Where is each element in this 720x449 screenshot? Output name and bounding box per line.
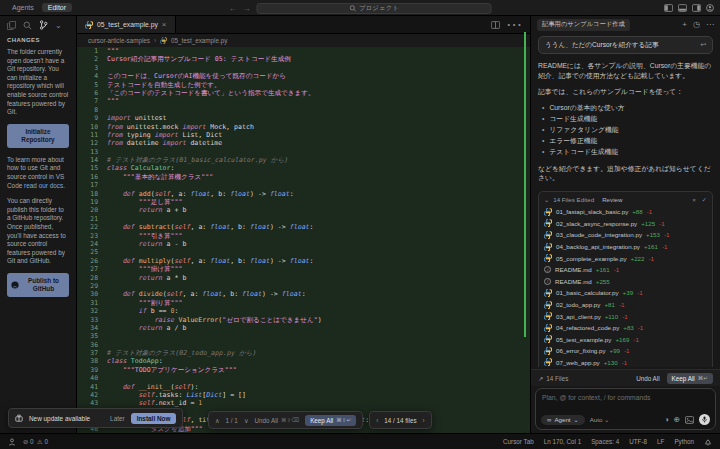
ai-chat-panel: 記事用のサンプルコード作成 + ◷ ⋯ ううん、ただのCursorを紹介する記事… <box>530 16 720 433</box>
reject-all-icon[interactable]: × <box>692 196 696 203</box>
copy-files-icon[interactable] <box>7 21 16 30</box>
history-icon[interactable]: ◷ <box>693 20 700 29</box>
tab-title: 05_test_example.py <box>97 21 158 28</box>
account-icon[interactable] <box>706 4 714 12</box>
toggle-panel-right-icon[interactable] <box>692 4 701 12</box>
keep-all-chat-button[interactable]: Keep All⌘↵ <box>667 373 713 384</box>
status-item-python[interactable]: Python <box>674 438 694 445</box>
toggle-panel-bottom-icon[interactable] <box>678 4 687 12</box>
code-line: 32 if b == 0: <box>77 307 530 315</box>
python-file-icon <box>160 37 167 44</box>
files-summary-button[interactable]: ↗14 Files <box>538 375 568 382</box>
views-chevron-down-icon[interactable]: ⌄ <box>55 21 62 30</box>
collapse-chevron-icon[interactable]: ⌄ <box>544 196 549 203</box>
lines-removed: -1 <box>659 220 665 227</box>
menu-tab-editor[interactable]: Editor <box>42 3 72 12</box>
edited-file-row[interactable]: 01_basic_calculator.py+39-1 <box>544 287 707 299</box>
edited-file-row[interactable]: 03_claude_code_integration.py+153-1 <box>544 229 707 241</box>
user-message[interactable]: ううん、ただのCursorを紹介する記事 ↩ <box>538 36 713 54</box>
notifications-bell-icon[interactable] <box>704 438 712 446</box>
tab-05-test-example[interactable]: 05_test_example.py × <box>77 16 176 33</box>
menu-tab-agents[interactable]: Agents <box>6 3 40 12</box>
status-item-ln-170-col-1[interactable]: Ln 170, Col 1 <box>544 438 581 445</box>
later-button[interactable]: Later <box>110 415 125 422</box>
python-file-icon <box>544 312 552 320</box>
edited-file-row[interactable]: 02_slack_async_response.py+125-1 <box>544 218 707 230</box>
file-name: 02_todo_app.py <box>556 301 600 308</box>
chat-more-icon[interactable]: ⋯ <box>706 20 714 29</box>
nav-forward-icon[interactable]: → <box>243 4 251 13</box>
file-name: 05_test_example.py <box>556 336 611 343</box>
edited-file-row[interactable]: 07_web_app.py+130-1 <box>544 357 707 367</box>
code-line: 15class Calculator: <box>77 164 530 172</box>
code-line: 28 return a * b <box>77 274 530 282</box>
edited-file-row[interactable]: 01_fastapi_slack_basic.py+88-1 <box>544 206 707 218</box>
status-item-lf[interactable]: LF <box>657 438 664 445</box>
voice-input-button[interactable] <box>699 414 710 425</box>
chat-tab-title[interactable]: 記事用のサンプルコード作成 <box>537 19 630 31</box>
feature-list-item: •エラー修正機能 <box>538 135 713 146</box>
profile-icon[interactable] <box>8 438 16 446</box>
edited-file-row[interactable]: 05_test_example.py+169-1 <box>544 334 707 346</box>
source-control-icon[interactable] <box>39 20 48 30</box>
edited-file-row[interactable]: 03_api_client.py+110-1 <box>544 310 707 322</box>
prev-file-icon[interactable]: ‹ <box>376 417 378 424</box>
code-line: 42 self.tasks: List[Dict] = [] <box>77 391 530 399</box>
restore-checkpoint-icon[interactable]: ↩ <box>700 41 706 49</box>
code-line: 40 <box>77 374 530 382</box>
code-line: 10from unittest.mock import Mock, patch <box>77 123 530 131</box>
status-item-utf-8[interactable]: UTF-8 <box>629 438 647 445</box>
breadcrumb-file[interactable]: 05_test_example.py <box>171 37 227 44</box>
project-search-input[interactable]: プロジェクト <box>257 3 492 14</box>
edited-file-row[interactable]: 04_backlog_api_integration.py+161-1 <box>544 241 707 253</box>
breadcrumb[interactable]: cursor-article-samples › 05_test_example… <box>77 34 530 47</box>
attach-image-icon[interactable] <box>685 416 694 424</box>
status-item-spaces-4[interactable]: Spaces: 4 <box>591 438 619 445</box>
nav-back-icon[interactable]: ← <box>229 4 237 13</box>
next-diff-icon[interactable]: ∨ <box>244 417 249 424</box>
toggle-panel-left-icon[interactable] <box>664 4 673 12</box>
tab-close-icon[interactable]: × <box>162 20 167 29</box>
keep-all-button[interactable]: Keep All⌘⇧↵ <box>305 415 356 426</box>
docs-link[interactable]: read our docs. <box>24 182 65 189</box>
next-file-icon[interactable]: › <box>423 417 425 424</box>
agent-mode-selector[interactable]: ∞ Agent ⌄ <box>541 415 585 425</box>
initialize-repository-button[interactable]: Initialize Repository <box>7 124 69 148</box>
model-selector[interactable]: Auto⌄ <box>590 416 610 423</box>
code-line: 36 <box>77 341 530 349</box>
status-item-cursor-tab[interactable]: Cursor Tab <box>503 438 534 445</box>
edited-file-row[interactable]: iREADME.md+255 <box>544 276 707 288</box>
search-icon <box>349 5 356 12</box>
chat-input-box[interactable]: Plan, @ for context, / for commands ∞ Ag… <box>535 388 716 430</box>
lines-added: +153 <box>646 231 660 238</box>
edited-file-row[interactable]: iREADME.md+161-1 <box>544 264 707 276</box>
undo-all-chat-button[interactable]: Undo All <box>636 375 659 382</box>
code-editor[interactable]: 1"""2Cursor紹介記事用サンプルコード 05: テストコード生成例34こ… <box>77 47 530 433</box>
voice-mode-icon[interactable]: ◑ <box>664 415 669 424</box>
edited-file-row[interactable]: 05_complete_example.py+222-1 <box>544 252 707 264</box>
publish-to-github-button[interactable]: Publish to GitHub <box>7 273 69 297</box>
search-view-icon[interactable] <box>23 21 32 30</box>
code-line: 29 <box>77 282 530 290</box>
prev-diff-icon[interactable]: ∧ <box>215 417 220 424</box>
accept-all-icon[interactable]: ✓ <box>702 196 707 203</box>
edited-file-row[interactable]: 02_todo_app.py+81-1 <box>544 299 707 311</box>
code-line: 2Cursor紹介記事用サンプルコード 05: テストコード生成例 <box>77 55 530 63</box>
editor-more-icon[interactable]: ⋯ <box>506 15 522 34</box>
install-now-button[interactable]: Install Now <box>131 413 177 424</box>
python-file-icon <box>544 347 552 355</box>
problems-indicator[interactable]: ⊘ 0 ⚠ 0 <box>23 438 48 445</box>
lines-removed: -1 <box>622 359 628 366</box>
review-button[interactable]: Review <box>602 196 622 203</box>
feature-list-item: •Cursorの基本的な使い方 <box>538 102 713 113</box>
split-editor-icon[interactable] <box>491 21 500 29</box>
edited-file-row[interactable]: 04_refactored_code.py+83-1 <box>544 322 707 334</box>
warnings-icon: ⚠ <box>37 438 43 445</box>
lines-added: +83 <box>623 324 634 331</box>
new-chat-icon[interactable]: + <box>682 20 687 29</box>
code-line: 25 <box>77 248 530 256</box>
undo-all-button[interactable]: Undo All⌘⇧⌫ <box>254 417 299 424</box>
breadcrumb-folder[interactable]: cursor-article-samples <box>88 37 150 44</box>
web-search-icon[interactable]: ⊕ <box>674 415 680 424</box>
edited-file-row[interactable]: 06_error_fixing.py+99-1 <box>544 345 707 357</box>
